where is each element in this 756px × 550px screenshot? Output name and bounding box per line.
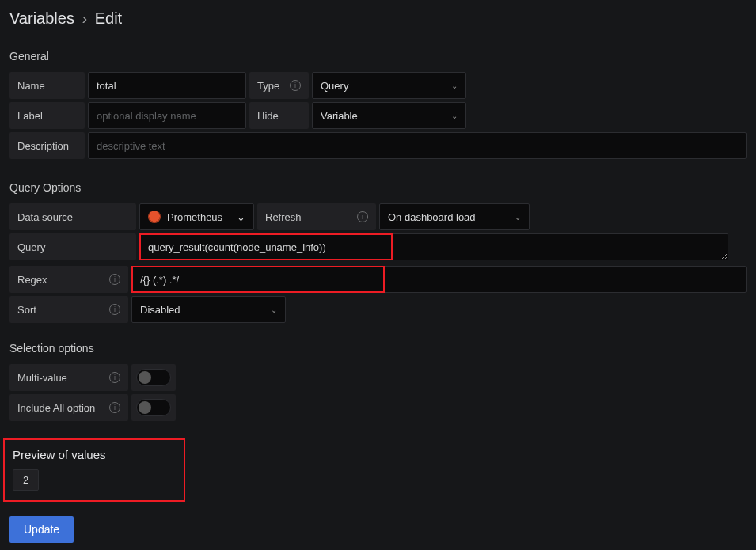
breadcrumb-sep: › bbox=[82, 9, 87, 27]
section-general: General bbox=[9, 50, 747, 63]
title-main: Variables bbox=[9, 9, 74, 27]
includeall-label-text: Include All option bbox=[17, 402, 95, 414]
info-icon[interactable]: i bbox=[109, 402, 120, 413]
query-label-text: Query bbox=[17, 241, 45, 253]
query-input[interactable] bbox=[139, 233, 728, 260]
page-title: Variables › Edit bbox=[9, 9, 747, 28]
type-label-text: Type bbox=[257, 80, 279, 92]
datasource-label: Data source bbox=[9, 203, 136, 230]
name-input[interactable] bbox=[88, 72, 246, 99]
preview-highlight: Preview of values 2 bbox=[3, 438, 185, 502]
datasource-label-text: Data source bbox=[17, 211, 73, 223]
sort-label-text: Sort bbox=[17, 304, 36, 316]
datasource-value: Prometheus bbox=[167, 211, 222, 223]
info-icon[interactable]: i bbox=[357, 211, 368, 222]
hide-value: Variable bbox=[321, 110, 358, 122]
refresh-value: On dashboard load bbox=[388, 211, 476, 223]
query-label: Query bbox=[9, 233, 136, 260]
preview-value: 2 bbox=[13, 469, 39, 491]
update-button[interactable]: Update bbox=[9, 516, 74, 543]
type-value: Query bbox=[321, 80, 348, 92]
hide-label-text: Hide bbox=[257, 110, 279, 122]
chevron-down-icon: ⌄ bbox=[451, 82, 458, 90]
datasource-select[interactable]: Prometheus ⌄ bbox=[139, 203, 254, 230]
name-label: Name bbox=[9, 72, 85, 99]
multivalue-label: Multi-value i bbox=[9, 364, 128, 391]
prometheus-icon bbox=[148, 211, 161, 223]
includeall-toggle-wrap bbox=[131, 394, 176, 421]
chevron-down-icon: ⌄ bbox=[515, 213, 521, 222]
chevron-down-icon: ⌄ bbox=[271, 305, 277, 314]
refresh-label-text: Refresh bbox=[265, 211, 302, 223]
multivalue-toggle-wrap bbox=[131, 364, 176, 391]
multivalue-label-text: Multi-value bbox=[17, 372, 67, 384]
refresh-select[interactable]: On dashboard load ⌄ bbox=[379, 203, 530, 230]
regex-label-text: Regex bbox=[17, 274, 47, 286]
info-icon[interactable]: i bbox=[109, 274, 120, 285]
includeall-label: Include All option i bbox=[9, 394, 128, 421]
description-label: Description bbox=[9, 132, 85, 159]
type-select[interactable]: Query ⌄ bbox=[312, 72, 466, 99]
label-label: Label bbox=[9, 102, 85, 129]
type-label: Type i bbox=[249, 72, 309, 99]
section-selection-options: Selection options bbox=[9, 342, 747, 355]
hide-select[interactable]: Variable ⌄ bbox=[312, 102, 466, 129]
chevron-down-icon: ⌄ bbox=[237, 211, 245, 223]
info-icon[interactable]: i bbox=[290, 80, 301, 91]
description-input[interactable] bbox=[88, 132, 747, 159]
hide-label: Hide bbox=[249, 102, 309, 129]
sort-select[interactable]: Disabled ⌄ bbox=[131, 296, 286, 323]
label-input[interactable] bbox=[88, 102, 246, 129]
info-icon[interactable]: i bbox=[109, 372, 120, 383]
sort-label: Sort i bbox=[9, 296, 128, 323]
refresh-label: Refresh i bbox=[257, 203, 376, 230]
regex-label: Regex i bbox=[9, 266, 128, 293]
regex-input[interactable] bbox=[131, 266, 747, 293]
multivalue-toggle[interactable] bbox=[136, 369, 171, 386]
sort-value: Disabled bbox=[140, 304, 180, 316]
includeall-toggle[interactable] bbox=[136, 399, 171, 416]
title-sub: Edit bbox=[95, 9, 122, 27]
section-preview: Preview of values bbox=[13, 448, 176, 461]
section-query-options: Query Options bbox=[9, 181, 747, 194]
info-icon[interactable]: i bbox=[109, 304, 120, 315]
chevron-down-icon: ⌄ bbox=[451, 112, 458, 120]
